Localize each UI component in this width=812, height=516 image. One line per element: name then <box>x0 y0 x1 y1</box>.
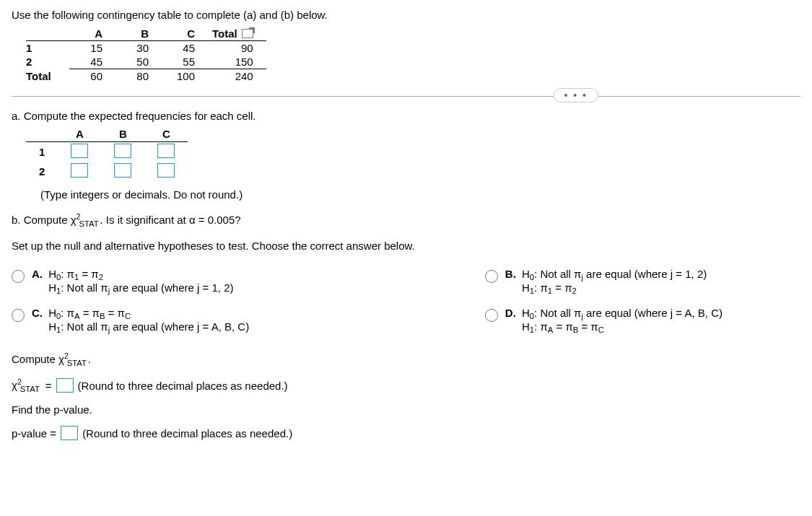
part-b-prompt: b. Compute χ2STAT. Is it significant at … <box>12 212 800 228</box>
text: . Is it significant at α = 0.005? <box>100 214 241 226</box>
chi-square-symbol: χ2STAT <box>12 377 41 393</box>
column-header-Total: Total <box>208 27 266 41</box>
expected-input-1A[interactable] <box>71 144 88 158</box>
choice-h0: H0: π1 = π2 <box>48 268 103 280</box>
text: Compute <box>12 353 58 365</box>
column-header-C: C <box>162 27 208 41</box>
expected-frequencies-table: A B C 1 2 <box>26 126 188 181</box>
choice-A[interactable]: A. H0: π1 = π2 A. H1: Not all πj are equ… <box>12 263 485 302</box>
cell: 30 <box>115 41 162 56</box>
pvalue-input[interactable] <box>61 426 78 440</box>
chi-stat-input[interactable] <box>56 378 74 393</box>
chi-square-symbol: χ2STAT <box>58 351 88 367</box>
expected-row-label-2: 2 <box>26 162 58 181</box>
radio-icon[interactable] <box>485 270 498 283</box>
cell: 150 <box>208 55 266 69</box>
table-row: Total 60 80 100 240 <box>26 69 266 84</box>
expected-input-1C[interactable] <box>157 144 175 158</box>
choice-h1: H1: Not all πj are equal (where j = A, B… <box>48 320 249 333</box>
cell: 45 <box>162 41 208 56</box>
choice-letter: B. <box>505 268 516 280</box>
pvalue-label: p-value = <box>12 427 56 440</box>
choice-h0: H0: Not all πj are equal (where j = 1, 2… <box>522 268 707 280</box>
choice-letter: D. <box>505 307 516 319</box>
expected-input-2C[interactable] <box>157 163 175 178</box>
text: b. Compute <box>12 214 71 226</box>
type-hint: (Type integers or decimals. Do not round… <box>40 188 800 201</box>
row-label-2: 2 <box>26 55 69 69</box>
table-corner <box>26 27 69 41</box>
divider <box>12 96 800 97</box>
cell: 80 <box>115 69 162 84</box>
column-header-B: B <box>115 27 162 41</box>
choice-B[interactable]: B. H0: Not all πj are equal (where j = 1… <box>485 263 800 302</box>
expected-header-A: A <box>58 126 101 142</box>
radio-icon[interactable] <box>485 309 498 322</box>
row-label-1: 1 <box>26 41 69 56</box>
choice-letter: A. <box>32 268 43 280</box>
pvalue-answer-row: p-value = (Round to three decimal places… <box>12 426 800 440</box>
expected-input-2A[interactable] <box>71 163 88 178</box>
expected-header-B: B <box>101 126 144 142</box>
radio-icon[interactable] <box>12 309 25 322</box>
equals-sign: = <box>45 380 52 392</box>
choice-h0: H0: Not all πj are equal (where j = A, B… <box>522 307 722 319</box>
cell: 100 <box>162 69 208 84</box>
instruction-text: Use the following contingency table to c… <box>12 9 800 21</box>
radio-icon[interactable] <box>12 270 25 283</box>
expand-pill[interactable]: • • • <box>554 88 598 102</box>
expected-row-label-1: 1 <box>26 142 58 162</box>
cell: 60 <box>69 69 115 84</box>
cell: 45 <box>69 55 115 69</box>
choice-h1: H1: Not all πj are equal (where j = 1, 2… <box>48 281 233 294</box>
column-header-A: A <box>69 27 115 41</box>
cell: 240 <box>208 69 266 84</box>
rounding-hint: (Round to three decimal places as needed… <box>82 427 292 440</box>
choice-D[interactable]: D. H0: Not all πj are equal (where j = A… <box>485 302 800 341</box>
popout-icon[interactable] <box>242 29 253 38</box>
multiple-choice-group: A. H0: π1 = π2 A. H1: Not all πj are equ… <box>12 263 800 341</box>
expected-input-2B[interactable] <box>114 163 131 178</box>
choice-C[interactable]: C. H0: πA = πB = πC C. H1: Not all πj ar… <box>12 302 485 341</box>
hypotheses-setup-prompt: Set up the null and alternative hypothes… <box>12 240 800 252</box>
expected-header-C: C <box>144 126 188 142</box>
cell: 90 <box>208 41 266 56</box>
choice-h1: H1: πA = πB = πC <box>522 320 604 333</box>
expected-input-1B[interactable] <box>114 144 131 158</box>
chi-stat-answer-row: χ2STAT = (Round to three decimal places … <box>12 377 800 393</box>
choice-h0: H0: πA = πB = πC <box>48 307 131 319</box>
choice-letter: C. <box>32 307 43 319</box>
table-row: 2 45 50 55 150 <box>26 55 266 69</box>
cell: 15 <box>69 41 115 56</box>
table-row: 1 15 30 45 90 <box>26 41 266 56</box>
contingency-table: A B C Total 1 15 30 45 90 2 45 50 55 150… <box>26 27 266 83</box>
row-label-total: Total <box>26 69 69 84</box>
cell: 50 <box>115 55 162 69</box>
rounding-hint: (Round to three decimal places as needed… <box>78 380 288 392</box>
compute-chi-prompt: Compute χ2STAT. <box>12 351 800 367</box>
text: . <box>88 353 91 365</box>
find-pvalue-prompt: Find the p-value. <box>12 403 800 416</box>
part-a-prompt: a. Compute the expected frequencies for … <box>12 110 800 122</box>
choice-h1: H1: π1 = π2 <box>522 281 577 294</box>
cell: 55 <box>162 55 208 69</box>
chi-square-symbol: χ2STAT <box>71 212 100 228</box>
